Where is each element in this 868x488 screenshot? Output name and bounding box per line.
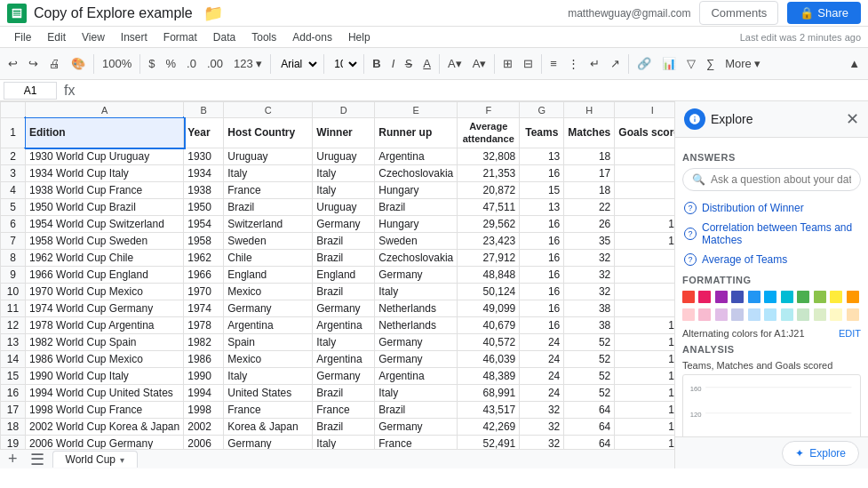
menu-tools[interactable]: Tools: [244, 29, 283, 45]
cell-5-6[interactable]: 13: [520, 198, 564, 215]
menu-help[interactable]: Help: [341, 29, 378, 45]
cell-9-4[interactable]: Germany: [375, 266, 458, 283]
cell-14-3[interactable]: Argentina: [313, 350, 375, 367]
search-bar[interactable]: 🔍: [682, 168, 861, 191]
cell-8-2[interactable]: Chile: [224, 249, 313, 266]
header-cell-3[interactable]: Winner: [313, 118, 375, 148]
cell-7-0[interactable]: 1958 World Cup Sweden: [26, 232, 184, 249]
cell-12-4[interactable]: Netherlands: [375, 316, 458, 333]
cell-11-1[interactable]: 1974: [184, 300, 224, 316]
color-swatch[interactable]: [830, 291, 842, 303]
cell-12-6[interactable]: 16: [520, 316, 564, 333]
cell-6-0[interactable]: 1954 World Cup Switzerland: [26, 215, 184, 232]
answer-item-0[interactable]: ? Distribution of Winner: [682, 198, 861, 218]
cell-15-2[interactable]: Italy: [224, 367, 313, 384]
color-swatch-light[interactable]: [715, 308, 728, 321]
cell-19-0[interactable]: 2006 World Cup Germany: [26, 435, 184, 449]
cell-13-1[interactable]: 1982: [184, 333, 224, 350]
menu-data[interactable]: Data: [206, 29, 243, 45]
color-swatch-light[interactable]: [797, 308, 809, 321]
cell-13-0[interactable]: 1982 World Cup Spain: [26, 333, 184, 350]
cell-6-4[interactable]: Hungary: [375, 215, 458, 232]
view-all-sheets-button[interactable]: ☰: [26, 448, 49, 469]
cell-18-6[interactable]: 32: [520, 418, 564, 435]
cell-4-7[interactable]: 18: [564, 181, 615, 198]
cell-13-5[interactable]: 40,572: [458, 333, 520, 350]
explore-button[interactable]: ✦ Explore: [782, 441, 859, 466]
cell-2-0[interactable]: 1930 World Cup Uruguay: [26, 148, 184, 164]
cell-17-7[interactable]: 64: [564, 401, 615, 418]
cell-2-8[interactable]: 70: [615, 148, 674, 164]
cell-4-4[interactable]: Hungary: [375, 181, 458, 198]
cell-15-4[interactable]: Argentina: [375, 367, 458, 384]
cell-8-8[interactable]: 89: [615, 249, 674, 266]
header-cell-8[interactable]: Goals scored: [615, 118, 674, 148]
cell-19-7[interactable]: 64: [564, 435, 615, 449]
cell-15-5[interactable]: 48,389: [458, 367, 520, 384]
cell-11-5[interactable]: 49,099: [458, 300, 520, 316]
share-button[interactable]: 🔒 Share: [787, 2, 861, 24]
cell-3-6[interactable]: 16: [520, 164, 564, 181]
color-swatch-light[interactable]: [781, 308, 793, 321]
cell-5-1[interactable]: 1950: [184, 198, 224, 215]
menu-insert[interactable]: Insert: [114, 29, 155, 45]
cell-12-1[interactable]: 1978: [184, 316, 224, 333]
cell-5-5[interactable]: 47,511: [458, 198, 520, 215]
folder-icon[interactable]: 📁: [203, 4, 223, 23]
cell-7-4[interactable]: Sweden: [375, 232, 458, 249]
cell-12-0[interactable]: 1978 World Cup Argentina: [26, 316, 184, 333]
col-header-e[interactable]: E: [375, 102, 458, 118]
cell-10-8[interactable]: 95: [615, 283, 674, 300]
cell-6-7[interactable]: 26: [564, 215, 615, 232]
header-cell-7[interactable]: Matches: [564, 118, 615, 148]
color-swatch[interactable]: [748, 291, 760, 303]
cell-17-2[interactable]: France: [224, 401, 313, 418]
cell-15-8[interactable]: 115: [615, 367, 674, 384]
decimal-more-button[interactable]: .0: [182, 53, 201, 74]
color-swatch[interactable]: [715, 291, 728, 303]
cell-7-2[interactable]: Sweden: [224, 232, 313, 249]
header-cell-0[interactable]: Edition: [26, 118, 184, 148]
cell-3-5[interactable]: 21,353: [458, 164, 520, 181]
cell-4-3[interactable]: Italy: [313, 181, 375, 198]
cell-14-5[interactable]: 46,039: [458, 350, 520, 367]
fill-color-button[interactable]: A▾: [443, 53, 466, 74]
cell-5-2[interactable]: Brazil: [224, 198, 313, 215]
cell-12-7[interactable]: 38: [564, 316, 615, 333]
merge-button[interactable]: ⊟: [519, 53, 538, 74]
color-swatch[interactable]: [698, 291, 711, 303]
cell-16-4[interactable]: Italy: [375, 384, 458, 401]
cell-14-0[interactable]: 1986 World Cup Mexico: [26, 350, 184, 367]
cell-19-5[interactable]: 52,491: [458, 435, 520, 449]
cell-16-0[interactable]: 1994 World Cup United States: [26, 384, 184, 401]
cell-18-2[interactable]: Korea & Japan: [224, 418, 313, 435]
formula-input[interactable]: Edition: [82, 83, 864, 99]
cell-4-1[interactable]: 1938: [184, 181, 224, 198]
cell-8-7[interactable]: 32: [564, 249, 615, 266]
cell-13-2[interactable]: Spain: [224, 333, 313, 350]
cell-10-5[interactable]: 50,124: [458, 283, 520, 300]
cell-6-8[interactable]: 140: [615, 215, 674, 232]
cell-18-8[interactable]: 161: [615, 418, 674, 435]
undo-button[interactable]: ↩: [4, 53, 22, 74]
cell-7-5[interactable]: 23,423: [458, 232, 520, 249]
sheet-table-wrapper[interactable]: A B C D E F G H I J 1EditionYearHost Cou…: [0, 101, 674, 449]
bold-button[interactable]: B: [368, 53, 385, 74]
color-swatch-light[interactable]: [847, 308, 859, 321]
add-sheet-button[interactable]: +: [4, 448, 22, 468]
color-swatch[interactable]: [847, 291, 859, 303]
header-cell-5[interactable]: Averageattendance: [458, 118, 520, 148]
cell-18-1[interactable]: 2002: [184, 418, 224, 435]
cell-15-1[interactable]: 1990: [184, 367, 224, 384]
cell-11-7[interactable]: 38: [564, 300, 615, 316]
cell-4-0[interactable]: 1938 World Cup France: [26, 181, 184, 198]
cell-2-5[interactable]: 32,808: [458, 148, 520, 164]
cell-13-8[interactable]: 146: [615, 333, 674, 350]
cell-17-3[interactable]: France: [313, 401, 375, 418]
cell-2-6[interactable]: 13: [520, 148, 564, 164]
cell-9-7[interactable]: 32: [564, 266, 615, 283]
more-button[interactable]: More ▾: [721, 53, 765, 74]
cell-5-4[interactable]: Brazil: [375, 198, 458, 215]
cell-19-1[interactable]: 2006: [184, 435, 224, 449]
cell-10-4[interactable]: Italy: [375, 283, 458, 300]
